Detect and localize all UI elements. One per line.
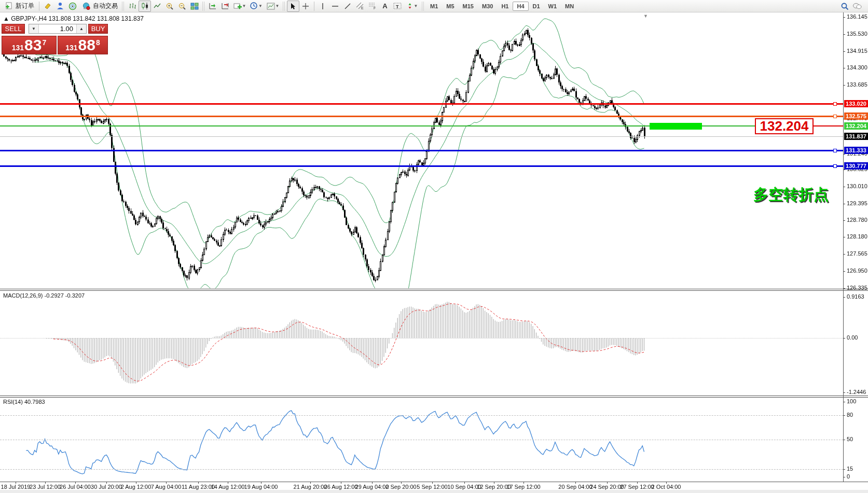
chevron-down-icon: ▼ — [242, 4, 246, 8]
buy-price-big: 88 — [78, 37, 95, 53]
chevron-down-icon: ▼ — [414, 4, 418, 8]
toolbar-grip — [422, 2, 424, 11]
timeframe-mn[interactable]: MN — [561, 2, 578, 11]
new-chart-icon[interactable]: ▼ — [231, 1, 248, 12]
pivot-annotation-text[interactable]: 多空转折点 — [753, 185, 829, 205]
chart-shift-icon[interactable] — [219, 1, 231, 12]
crosshair-icon[interactable] — [299, 1, 312, 12]
zoom-out-icon[interactable] — [176, 1, 188, 12]
svg-text:F: F — [374, 6, 376, 10]
chart-canvas[interactable] — [0, 0, 868, 493]
trendline-icon[interactable] — [341, 1, 354, 12]
new-order-icon — [4, 1, 13, 12]
bottom-strip — [0, 490, 868, 493]
sell-price-pip: 7 — [42, 38, 46, 47]
equidistant-channel-icon[interactable]: E — [354, 1, 366, 12]
timeframe-d1[interactable]: D1 — [529, 2, 544, 11]
volume-value[interactable]: 1.00 — [39, 24, 76, 33]
tile-windows-icon[interactable] — [188, 1, 201, 12]
chevron-down-icon: ▼ — [275, 4, 280, 8]
autotrading-button[interactable]: 自动交易 — [79, 1, 120, 11]
search-icon[interactable] — [838, 1, 851, 12]
new-order-label: 新订单 — [16, 2, 34, 10]
volume-decrease-button[interactable]: ▼ — [29, 24, 39, 33]
mt4-window: 新订单 自动交易 — [0, 0, 868, 493]
buy-price-figure: 131 — [65, 44, 77, 52]
svg-text:T: T — [396, 4, 399, 9]
timeframe-m30[interactable]: M30 — [478, 2, 497, 11]
svg-text:E: E — [361, 6, 364, 10]
toolbar-separator — [314, 2, 314, 11]
toolbar-grip — [122, 2, 125, 11]
price-label-connector — [814, 125, 843, 126]
signal-icon[interactable] — [66, 1, 79, 12]
chart-shift-marker[interactable]: ▼ — [643, 13, 648, 19]
toolbar-grip — [202, 2, 205, 11]
vertical-line-icon[interactable] — [316, 1, 329, 12]
toolbar-separator — [39, 2, 39, 11]
timeframe-m5[interactable]: M5 — [442, 2, 458, 11]
timeframe-m1[interactable]: M1 — [426, 2, 442, 11]
timeframe-h1[interactable]: H1 — [497, 2, 513, 11]
fibonacci-icon[interactable]: F — [366, 1, 379, 12]
timeframe-toolbar: M1M5M15M30H1H4D1W1MN — [426, 2, 578, 11]
price-annotation-box[interactable]: 132.204 — [755, 118, 814, 134]
publisher-icon[interactable] — [54, 1, 66, 12]
toolbar-grip — [283, 2, 285, 11]
one-click-trading-panel: SELL ▼ 1.00 ▲ BUY 131 83 7 131 88 8 — [2, 24, 108, 54]
symbol-title: ▲ GBPJPY-,H4 131.808 131.842 131.808 131… — [3, 15, 144, 22]
sell-price-box[interactable]: 131 83 7 — [2, 36, 57, 54]
arrows-icon[interactable]: ▼ — [404, 1, 420, 12]
main-toolbar: 新订单 自动交易 — [0, 0, 868, 12]
chart-template-icon[interactable]: ▼ — [265, 1, 281, 12]
macd-label: MACD(12,26,9) -0.2927 -0.3207 — [3, 292, 85, 299]
volume-stepper: ▼ 1.00 ▲ — [29, 24, 87, 34]
text-label-icon[interactable]: T — [391, 1, 404, 12]
bar-chart-icon[interactable] — [126, 1, 139, 12]
line-chart-icon[interactable] — [151, 1, 163, 12]
symbol-title-text: GBPJPY-,H4 131.808 131.842 131.808 131.8… — [11, 15, 144, 22]
cursor-icon[interactable] — [287, 1, 299, 12]
buy-price-box[interactable]: 131 88 8 — [58, 36, 108, 54]
horizontal-line-icon[interactable] — [329, 1, 341, 12]
period-clock-icon[interactable]: ▼ — [248, 1, 265, 12]
sell-button[interactable]: SELL — [2, 24, 25, 34]
autotrading-label: 自动交易 — [93, 2, 118, 10]
buy-price-pip: 8 — [96, 38, 100, 47]
styler-icon[interactable] — [42, 1, 54, 12]
candlestick-chart-icon[interactable] — [139, 1, 151, 12]
sell-price-figure: 131 — [12, 44, 24, 52]
timeframe-w1[interactable]: W1 — [544, 2, 561, 11]
text-icon[interactable]: A — [379, 1, 391, 12]
timeframe-m15[interactable]: M15 — [459, 2, 478, 11]
volume-increase-button[interactable]: ▲ — [76, 24, 86, 33]
auto-scroll-icon[interactable] — [206, 1, 219, 12]
sell-price-big: 83 — [24, 37, 42, 53]
buy-button[interactable]: BUY — [88, 24, 108, 34]
timeframe-h4[interactable]: H4 — [513, 2, 528, 11]
rsi-label: RSI(14) 40.7983 — [3, 399, 45, 405]
chevron-down-icon: ▼ — [258, 4, 263, 8]
chat-icon[interactable] — [851, 1, 863, 12]
zoom-in-icon[interactable] — [163, 1, 176, 12]
collapse-marker-icon[interactable]: ▲ — [3, 15, 9, 22]
new-order-button[interactable]: 新订单 — [2, 1, 37, 11]
autotrading-icon — [81, 1, 91, 12]
